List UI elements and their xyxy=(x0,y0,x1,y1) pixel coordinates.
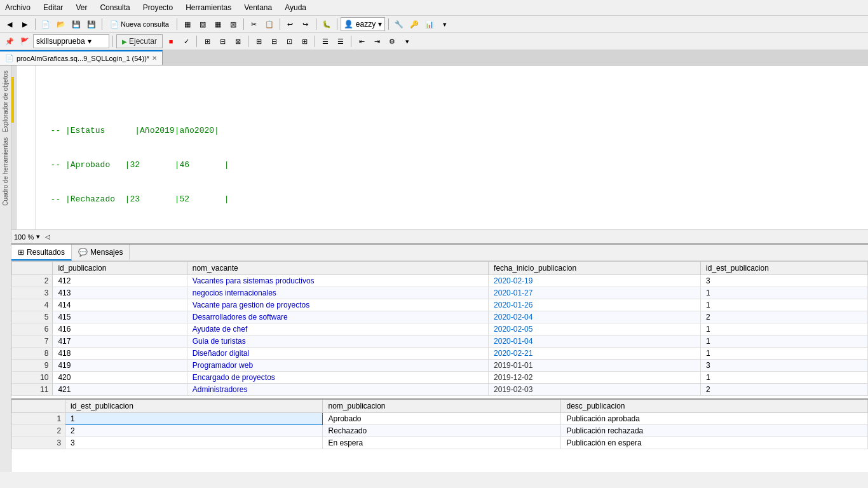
id-publicacion-cell[interactable]: 416 xyxy=(53,323,187,336)
nom-vacante-cell[interactable]: Ayudate de chef xyxy=(187,323,488,336)
nom-vacante-cell[interactable]: Encargado de proyectos xyxy=(187,372,488,384)
back-button[interactable]: ◀ xyxy=(3,17,17,31)
id-publicacion-cell[interactable]: 412 xyxy=(53,275,187,287)
est-cell[interactable]: 3 xyxy=(701,360,868,372)
nom-vacante-cell[interactable]: Diseñador digital xyxy=(187,348,488,360)
tb2-misc[interactable]: ⚙ xyxy=(385,34,399,48)
table-row[interactable]: 11 421 Administradores 2019-02-03 2 xyxy=(12,384,868,396)
table-row[interactable]: 9 419 Programador web 2019-01-01 3 xyxy=(12,360,868,372)
tb-btn-3[interactable]: ▦ xyxy=(211,17,225,31)
zoom-dropdown-icon[interactable]: ▾ xyxy=(36,233,40,241)
est-cell[interactable]: 1 xyxy=(701,348,868,360)
tb2-misc2[interactable]: ▾ xyxy=(400,34,414,48)
stop-button[interactable]: ■ xyxy=(164,34,178,48)
id-est-cell[interactable]: 3 xyxy=(65,437,323,449)
debug-button[interactable]: 🐛 xyxy=(320,17,334,31)
new-file-button[interactable]: 📄 xyxy=(39,17,53,31)
col2-desc-pub-header[interactable]: desc_publicacion xyxy=(561,399,868,413)
desc-pub-cell[interactable]: Publicación rechazada xyxy=(561,425,868,437)
table-row[interactable]: 2 2 Rechazado Publicación rechazada xyxy=(12,425,868,437)
tb-tools-1[interactable]: 🔧 xyxy=(392,17,406,31)
cut-button[interactable]: ✂ xyxy=(247,17,261,31)
id-publicacion-cell[interactable]: 413 xyxy=(53,287,187,299)
tb2-btn1[interactable]: ⊞ xyxy=(252,34,266,48)
tb2-btn2[interactable]: ⊟ xyxy=(267,34,281,48)
nom-pub-cell[interactable]: Rechazado xyxy=(323,425,561,437)
id-publicacion-cell[interactable]: 415 xyxy=(53,311,187,323)
save-all-button[interactable]: 💾 xyxy=(85,17,98,31)
table-row[interactable]: 6 416 Ayudate de chef 2020-02-05 1 xyxy=(12,323,868,336)
fecha-cell[interactable]: 2019-02-03 xyxy=(489,384,701,396)
nom-vacante-cell[interactable]: Programador web xyxy=(187,360,488,372)
tb2-flag[interactable]: 🚩 xyxy=(18,34,32,48)
copy-button[interactable]: 📋 xyxy=(262,17,276,31)
menu-consulta[interactable]: Consulta xyxy=(97,2,132,13)
nom-pub-cell[interactable]: Aprobado xyxy=(323,413,561,425)
tb-tools-3[interactable]: 📊 xyxy=(423,17,437,31)
menu-ventana[interactable]: Ventana xyxy=(241,2,275,13)
id-publicacion-cell[interactable]: 414 xyxy=(53,299,187,311)
fecha-cell[interactable]: 2020-02-21 xyxy=(489,348,701,360)
tb2-grid3[interactable]: ⊠ xyxy=(231,34,245,48)
tb2-btn4[interactable]: ⊞ xyxy=(297,34,311,48)
nom-vacante-cell[interactable]: Desarrolladores de software xyxy=(187,311,488,323)
table-row[interactable]: 3 413 negocios internacionales 2020-01-2… xyxy=(12,287,868,299)
menu-archivo[interactable]: Archivo xyxy=(3,2,33,13)
code-area[interactable]: -- |Estatus |Año2019|año2020| -- |Aproba… xyxy=(36,65,868,229)
tb2-btn3[interactable]: ⊡ xyxy=(282,34,296,48)
nom-vacante-cell[interactable]: Vacante para gestion de proyectos xyxy=(187,299,488,311)
col-nom-vacante-header[interactable]: nom_vacante xyxy=(187,262,488,275)
fecha-cell[interactable]: 2019-12-02 xyxy=(489,372,701,384)
col-est-header[interactable]: id_est_publicacion xyxy=(701,262,868,275)
table-row[interactable]: 5 415 Desarrolladores de software 2020-0… xyxy=(12,311,868,323)
open-button[interactable]: 📂 xyxy=(54,17,68,31)
table-row[interactable]: 8 418 Diseñador digital 2020-02-21 1 xyxy=(12,348,868,360)
id-publicacion-cell[interactable]: 421 xyxy=(53,384,187,396)
col2-nom-pub-header[interactable]: nom_publicacion xyxy=(323,399,561,413)
fecha-cell[interactable]: 2020-01-27 xyxy=(489,287,701,299)
fecha-cell[interactable]: 2020-02-19 xyxy=(489,275,701,287)
id-est-cell[interactable]: 1 xyxy=(65,413,323,425)
menu-editar[interactable]: Editar xyxy=(41,2,65,13)
est-cell[interactable]: 1 xyxy=(701,336,868,348)
new-query-button[interactable]: 📄 Nueva consulta xyxy=(105,17,173,31)
table-row[interactable]: 1 1 Aprobado Publicación aprobada xyxy=(12,413,868,425)
tb2-indent[interactable]: ☰ xyxy=(318,34,332,48)
col2-id-est-header[interactable]: id_est_publicacion xyxy=(65,399,323,413)
fecha-cell[interactable]: 2019-01-01 xyxy=(489,360,701,372)
tab-mensajes[interactable]: 💬 Mensajes xyxy=(72,245,130,261)
table-row[interactable]: 4 414 Vacante para gestion de proyectos … xyxy=(12,299,868,311)
tb-dropdown-extra[interactable]: ▾ xyxy=(438,17,452,31)
id-est-cell[interactable]: 2 xyxy=(65,425,323,437)
table-row[interactable]: 3 3 En espera Publicación en espera xyxy=(12,437,868,449)
tb2-align[interactable]: ⇤ xyxy=(355,34,369,48)
execute-button[interactable]: ▶ Ejecutar xyxy=(116,34,163,48)
user-dropdown[interactable]: 👤 eazzy ▾ xyxy=(341,17,385,31)
tb2-grid1[interactable]: ⊞ xyxy=(200,34,214,48)
est-cell[interactable]: 1 xyxy=(701,372,868,384)
desc-pub-cell[interactable]: Publicación aprobada xyxy=(561,413,868,425)
forward-button[interactable]: ▶ xyxy=(18,17,32,31)
tb2-grid2[interactable]: ⊟ xyxy=(215,34,229,48)
redo-button[interactable]: ↪ xyxy=(299,17,313,31)
est-cell[interactable]: 2 xyxy=(701,384,868,396)
fecha-cell[interactable]: 2020-02-05 xyxy=(489,323,701,336)
id-publicacion-cell[interactable]: 420 xyxy=(53,372,187,384)
tb2-align2[interactable]: ⇥ xyxy=(370,34,384,48)
tb-btn-4[interactable]: ▧ xyxy=(226,17,240,31)
id-publicacion-cell[interactable]: 419 xyxy=(53,360,187,372)
tb-tools-2[interactable]: 🔑 xyxy=(407,17,421,31)
query-tab[interactable]: 📄 procAlmGraficas.sq...9_SQLLogin_1 (54)… xyxy=(0,50,163,65)
est-cell[interactable]: 1 xyxy=(701,323,868,336)
menu-proyecto[interactable]: Proyecto xyxy=(140,2,175,13)
menu-herramientas[interactable]: Herramientas xyxy=(183,2,234,13)
col-fecha-header[interactable]: fecha_inicio_publicacion xyxy=(489,262,701,275)
table-row[interactable]: 7 417 Guia de turistas 2020-01-04 1 xyxy=(12,336,868,348)
fecha-cell[interactable]: 2020-01-26 xyxy=(489,299,701,311)
nom-pub-cell[interactable]: En espera xyxy=(323,437,561,449)
tb2-unindent[interactable]: ☰ xyxy=(334,34,348,48)
id-publicacion-cell[interactable]: 418 xyxy=(53,348,187,360)
undo-button[interactable]: ↩ xyxy=(283,17,297,31)
sidebar-label-explorador[interactable]: Explorador de objetos xyxy=(2,71,9,132)
save-button[interactable]: 💾 xyxy=(69,17,83,31)
